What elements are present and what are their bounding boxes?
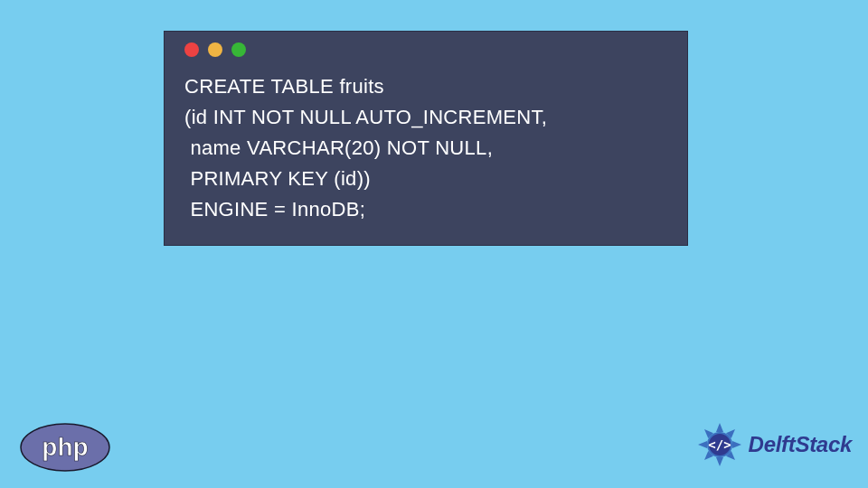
window-minimize-icon <box>208 42 222 57</box>
delftstack-emblem-icon: </> <box>696 421 743 468</box>
php-logo-text: php <box>42 433 88 461</box>
window-close-icon <box>184 42 199 57</box>
svg-marker-3 <box>732 441 741 448</box>
code-block: CREATE TABLE fruits (id INT NOT NULL AUT… <box>165 64 687 245</box>
delftstack-logo: </> DelftStack <box>696 421 852 468</box>
window-traffic-lights <box>165 32 687 64</box>
delftstack-brand-text: DelftStack <box>749 432 852 457</box>
php-logo-icon: php <box>20 423 110 472</box>
svg-marker-5 <box>716 457 723 466</box>
code-window: CREATE TABLE fruits (id INT NOT NULL AUT… <box>164 31 688 246</box>
svg-marker-7 <box>698 441 707 448</box>
svg-marker-1 <box>716 423 723 432</box>
window-maximize-icon <box>231 42 246 57</box>
svg-text:</>: </> <box>708 437 731 452</box>
